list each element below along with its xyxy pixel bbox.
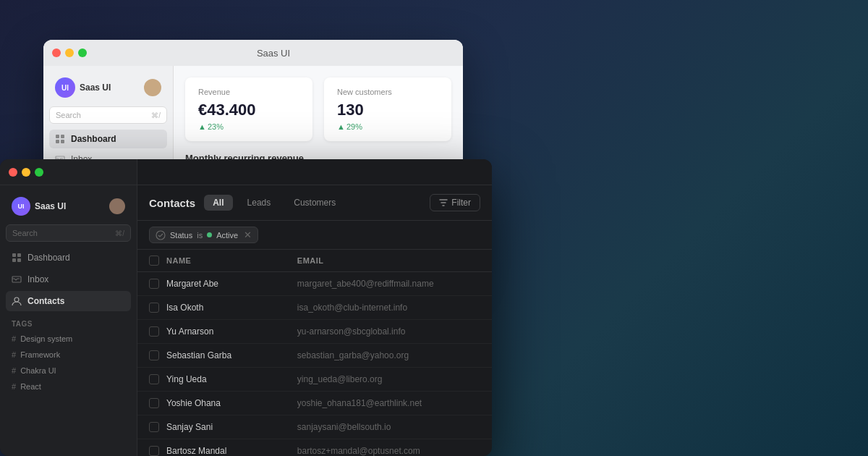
filter-button[interactable]: Filter bbox=[430, 194, 480, 211]
svg-rect-10 bbox=[61, 135, 64, 138]
close-button-fg[interactable] bbox=[9, 168, 17, 177]
header-checkbox[interactable] bbox=[149, 256, 159, 266]
row-checkbox-7[interactable] bbox=[149, 422, 159, 432]
fg-nav-inbox[interactable]: Inbox bbox=[6, 269, 131, 290]
fg-sidebar-titlebar bbox=[0, 159, 137, 185]
maximize-button-bg[interactable] bbox=[78, 48, 87, 57]
fg-contacts-icon bbox=[12, 296, 22, 306]
fg-main-content: Contacts All Leads Customers Filter Stat… bbox=[137, 185, 492, 456]
close-button-bg[interactable] bbox=[52, 48, 61, 57]
bg-user-avatar bbox=[144, 79, 161, 96]
row-checkbox-5[interactable] bbox=[149, 374, 159, 384]
status-filter-close[interactable]: ✕ bbox=[244, 229, 252, 240]
minimize-button-fg[interactable] bbox=[22, 168, 30, 177]
svg-rect-12 bbox=[61, 140, 64, 143]
status-filter-icon bbox=[156, 230, 166, 240]
svg-rect-16 bbox=[17, 253, 21, 257]
fg-tags-label: Tags bbox=[6, 313, 131, 331]
bg-window-titlebar: Saas UI bbox=[43, 40, 463, 66]
fg-dashboard-icon bbox=[12, 253, 22, 263]
table-row[interactable]: Isa Okoth isa_okoth@club-internet.info bbox=[137, 296, 492, 320]
status-filter-badge: Status is Active ✕ bbox=[149, 227, 258, 243]
bg-stats: Revenue €43.400 ▲ 23% New customers 130 … bbox=[185, 77, 451, 141]
fg-tag-framework[interactable]: # Framework bbox=[6, 347, 131, 363]
table-row[interactable]: Sebastian Garba sebastian_garba@yahoo.or… bbox=[137, 344, 492, 368]
table-row[interactable]: Ying Ueda ying_ueda@libero.org bbox=[137, 368, 492, 392]
fg-avatar: UI bbox=[12, 197, 30, 216]
tab-all[interactable]: All bbox=[204, 195, 232, 211]
fg-inbox-icon bbox=[12, 274, 22, 284]
bg-sidebar-header: UI Saas UI bbox=[49, 75, 167, 106]
svg-rect-9 bbox=[56, 135, 59, 138]
row-checkbox-1[interactable] bbox=[149, 279, 159, 289]
bg-revenue-card: Revenue €43.400 ▲ 23% bbox=[185, 77, 312, 141]
traffic-lights-fg bbox=[9, 168, 43, 177]
svg-rect-15 bbox=[12, 253, 16, 257]
svg-point-20 bbox=[14, 297, 19, 302]
row-checkbox-8[interactable] bbox=[149, 446, 159, 456]
fg-nav-dashboard[interactable]: Dashboard bbox=[6, 248, 131, 268]
tab-customers[interactable]: Customers bbox=[285, 195, 344, 211]
table-row[interactable]: Yu Arnarson yu-arnarson@sbcglobal.info bbox=[137, 320, 492, 344]
fg-toolbar: Contacts All Leads Customers Filter bbox=[137, 185, 492, 221]
bg-customers-card: New customers 130 ▲ 29% bbox=[324, 77, 451, 141]
col-name-header: Name bbox=[166, 256, 297, 265]
maximize-button-fg[interactable] bbox=[35, 168, 43, 177]
table-header: Name Email bbox=[137, 250, 492, 272]
customers-growth: ▲ 29% bbox=[337, 122, 438, 131]
table-row[interactable]: Sanjay Sani sanjaysani@bellsouth.io bbox=[137, 415, 492, 439]
col-email-header: Email bbox=[297, 256, 480, 265]
fg-main-titlebar bbox=[137, 159, 492, 185]
row-checkbox-4[interactable] bbox=[149, 350, 159, 360]
status-active-dot bbox=[207, 232, 212, 237]
table-row[interactable]: Margaret Abe margaret_abe400@rediffmail.… bbox=[137, 272, 492, 296]
row-checkbox-2[interactable] bbox=[149, 303, 159, 313]
table-row[interactable]: Bartosz Mandal bartosz+mandal@optusnet.c… bbox=[137, 439, 492, 456]
fg-sidebar-header: UI Saas UI bbox=[6, 194, 131, 224]
svg-rect-11 bbox=[56, 140, 59, 143]
bg-search[interactable]: Search ⌘/ bbox=[49, 106, 167, 124]
fg-user-avatar bbox=[109, 198, 125, 214]
bg-nav-dashboard[interactable]: Dashboard bbox=[49, 130, 167, 148]
bg-window-title: Saas UI bbox=[93, 48, 454, 59]
minimize-button-bg[interactable] bbox=[65, 48, 74, 57]
fg-sidebar: UI Saas UI Search ⌘/ Dashboard Inbox Con… bbox=[0, 159, 137, 456]
tab-leads[interactable]: Leads bbox=[239, 195, 280, 211]
contacts-title: Contacts bbox=[149, 197, 195, 209]
fg-tag-design-system[interactable]: # Design system bbox=[6, 331, 131, 347]
filter-icon bbox=[439, 198, 448, 207]
fg-search[interactable]: Search ⌘/ bbox=[6, 224, 131, 242]
fg-tag-react[interactable]: # React bbox=[6, 379, 131, 394]
bg-avatar: UI bbox=[55, 77, 75, 98]
fg-window: UI Saas UI Search ⌘/ Dashboard Inbox Con… bbox=[0, 159, 492, 456]
svg-rect-17 bbox=[12, 258, 16, 262]
svg-point-21 bbox=[156, 231, 165, 240]
fg-nav-contacts[interactable]: Contacts bbox=[6, 291, 131, 311]
revenue-growth: ▲ 23% bbox=[198, 122, 299, 131]
row-checkbox-3[interactable] bbox=[149, 326, 159, 337]
status-filter-bar: Status is Active ✕ bbox=[137, 221, 492, 250]
table-row[interactable]: Yoshie Ohana yoshie_ohana181@earthlink.n… bbox=[137, 392, 492, 415]
contacts-table: Margaret Abe margaret_abe400@rediffmail.… bbox=[137, 272, 492, 456]
fg-tag-chakra[interactable]: # Chakra UI bbox=[6, 363, 131, 379]
svg-rect-18 bbox=[17, 258, 21, 262]
traffic-lights-bg bbox=[52, 48, 87, 57]
fg-sidebar-content: UI Saas UI Search ⌘/ Dashboard Inbox Con… bbox=[0, 185, 137, 456]
fg-main: Contacts All Leads Customers Filter Stat… bbox=[137, 159, 492, 456]
row-checkbox-6[interactable] bbox=[149, 398, 159, 408]
dashboard-icon bbox=[55, 134, 65, 144]
